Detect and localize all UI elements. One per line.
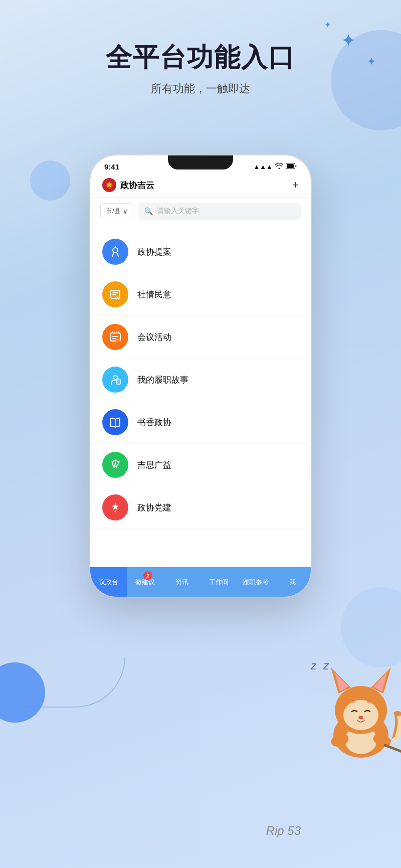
svg-rect-10 <box>116 379 120 384</box>
hero-section: 全平台功能入口 所有功能，一触即达 <box>0 40 401 96</box>
location-button[interactable]: 市/县 ∨ <box>100 203 133 219</box>
svg-point-13 <box>115 511 116 512</box>
svg-point-22 <box>358 716 363 720</box>
tab-mine[interactable]: 我 <box>274 567 311 597</box>
menu-icon-my-story <box>102 367 128 393</box>
wifi-icon <box>275 163 283 170</box>
hero-title: 全平台功能入口 <box>0 40 401 75</box>
tab-yizheng[interactable]: 议政台 <box>90 567 127 597</box>
plus-button[interactable]: + <box>292 179 299 192</box>
status-icons: ▲▲▲ <box>253 163 297 170</box>
svg-point-24 <box>367 700 370 703</box>
search-bar: 市/县 ∨ 🔍 请输入关键字 <box>90 198 311 227</box>
menu-item-ideas[interactable]: 吉思广益 <box>90 444 311 486</box>
phone-notch <box>168 155 233 169</box>
star-icon-3: ✦ <box>324 20 331 30</box>
svg-point-5 <box>113 248 118 253</box>
bg-circle-light <box>30 160 70 201</box>
fox-character <box>306 657 401 768</box>
app-logo <box>102 178 116 192</box>
tab-weijianyi[interactable]: 微建议 2 <box>127 567 163 597</box>
menu-icon-proposal <box>102 239 128 265</box>
menu-item-party[interactable]: 政协党建 <box>90 486 311 529</box>
status-time: 9:41 <box>104 162 119 171</box>
tab-label-zixun: 资讯 <box>175 578 188 587</box>
svg-point-17 <box>343 700 378 730</box>
tab-label-yizheng: 议政台 <box>99 578 118 587</box>
menu-item-my-story[interactable]: 我的履职故事 <box>90 359 311 401</box>
app-header: 政协吉云 + <box>90 174 311 198</box>
menu-item-book[interactable]: 书香政协 <box>90 401 311 444</box>
search-icon: 🔍 <box>144 207 153 215</box>
rip-text: Rip 53 <box>266 824 301 838</box>
svg-point-23 <box>352 700 355 703</box>
tab-lvzhi[interactable]: 履职参考 <box>237 567 274 597</box>
menu-label-public-opinion: 社情民意 <box>137 289 171 300</box>
menu-item-meetings[interactable]: 会议活动 <box>90 316 311 359</box>
decorative-curve <box>25 657 125 708</box>
svg-point-12 <box>114 462 116 464</box>
menu-icon-ideas <box>102 452 128 478</box>
hero-subtitle: 所有功能，一触即达 <box>0 81 401 96</box>
tab-gongzuo[interactable]: 工作间 <box>200 567 237 597</box>
tab-zixun[interactable]: 资讯 <box>164 567 200 597</box>
tab-badge-weijianyi: 2 <box>143 571 152 580</box>
phone-mockup: 9:41 ▲▲▲ <box>90 155 311 597</box>
menu-icon-meetings <box>102 324 128 350</box>
menu-label-proposal: 政协提案 <box>137 246 171 258</box>
menu-icon-book <box>102 409 128 435</box>
svg-line-27 <box>385 745 401 755</box>
tab-label-gongzuo: 工作间 <box>209 578 229 587</box>
phone-frame: 9:41 ▲▲▲ <box>90 155 311 597</box>
menu-label-party: 政协党建 <box>137 502 171 513</box>
menu-label-book: 书香政协 <box>137 417 171 428</box>
app-header-title: 政协吉云 <box>102 178 154 192</box>
signal-icon: ▲▲▲ <box>253 163 273 170</box>
fox-svg <box>306 657 401 768</box>
menu-label-meetings: 会议活动 <box>137 331 171 343</box>
tab-label-lvzhi: 履职参考 <box>243 578 269 587</box>
bg-blob-bottom-right <box>341 587 401 667</box>
menu-icon-public-opinion <box>102 281 128 307</box>
chevron-down-icon: ∨ <box>123 208 128 215</box>
tab-bar: 议政台 微建议 2 资讯 工作间 履职参考 我 <box>90 567 311 597</box>
app-name: 政协吉云 <box>120 180 154 191</box>
menu-list: 政协提案 社情民意 <box>90 227 311 568</box>
battery-icon <box>286 163 297 170</box>
menu-label-ideas: 吉思广益 <box>137 459 171 471</box>
menu-icon-party <box>102 494 128 520</box>
menu-item-proposal[interactable]: 政协提案 <box>90 231 311 273</box>
search-input-wrap[interactable]: 🔍 请输入关键字 <box>138 203 301 220</box>
location-label: 市/县 <box>106 207 121 216</box>
menu-item-public-opinion[interactable]: 社情民意 <box>90 273 311 316</box>
search-placeholder: 请输入关键字 <box>157 207 199 216</box>
menu-label-my-story: 我的履职故事 <box>137 374 188 386</box>
notch-inner <box>168 155 233 169</box>
tab-label-mine: 我 <box>289 578 296 587</box>
svg-rect-1 <box>287 164 294 168</box>
